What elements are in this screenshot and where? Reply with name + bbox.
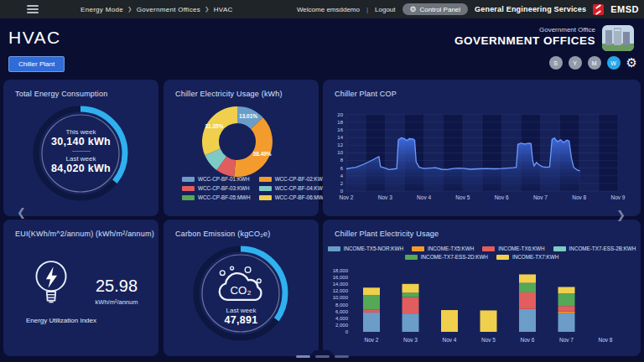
svg-text:16: 16 [337,127,343,132]
legend-swatch [182,186,195,191]
bar-segment [519,274,536,282]
legend-label: WCC-CP-BF-03:KWH [198,185,250,191]
card-chiller-plant-cop: Chiller Plant COP 02468101214161820Nov 2… [323,80,641,216]
legend-item[interactable]: WCC-CP-BF-05:MWH [182,194,251,200]
welcome-text: Welcome emsddemo [297,6,360,13]
toggle-month[interactable]: M [588,56,601,70]
stacked-bar-chart: 02,0004,0006,0008,00010,00012,00014,0001… [323,220,641,356]
chevron-right-icon: ❯ [205,6,210,13]
card-title: Carbon Emission (kgCO₂e) [175,230,270,238]
svg-text:8,000: 8,000 [335,303,349,308]
breadcrumb-government-offices[interactable]: Government Offices [137,6,200,13]
svg-text:Nov 3: Nov 3 [378,194,392,200]
card-chiller-electricity-pie: Chiller Electricity Usage (kWh) 13.01%38… [164,80,319,216]
legend-label: WCC-CP-BF-02:KWH [275,176,327,182]
svg-text:Nov 9: Nov 9 [611,194,626,200]
legend-item[interactable]: WCC-CP-BF-02:KWH [259,176,328,182]
legend-label: WCC-CP-BF-05:MWH [198,194,251,200]
site-type-label: Government Office [539,26,595,34]
svg-text:4: 4 [340,173,344,178]
brand-text: General Engineering Services [475,5,586,13]
svg-text:Nov 5: Nov 5 [481,337,496,343]
card-title: Chiller Electricity Usage (kWh) [175,90,283,98]
hamburger-menu-icon[interactable] [27,5,39,16]
carbon-gauge [189,241,293,345]
svg-text:16,000: 16,000 [333,275,349,280]
pie-slice [202,106,237,155]
bar-segment [519,292,536,309]
svg-text:10: 10 [337,150,343,155]
bar-segment [519,309,536,332]
control-panel-button[interactable]: ⚙ Control Panel [402,3,469,15]
emsd-logo [593,4,604,15]
card-carbon-emission: Carbon Emission (kgCO₂e) CO₂ Last week 4… [164,220,319,356]
chevron-right-icon: ❯ [127,6,132,13]
eui-icon-label: Energy Utilization Index [15,317,107,324]
svg-text:14,000: 14,000 [333,282,349,287]
svg-text:Nov 6: Nov 6 [495,194,509,200]
svg-text:14: 14 [337,135,343,140]
svg-text:2: 2 [340,181,344,186]
card-eui: EUI(KWh/m^2/annum) (kWh/m²/annum) 25.98 … [3,220,158,356]
carousel-dash[interactable] [296,355,310,358]
bar-segment [402,292,419,297]
emsd-wordmark: EMSD [610,4,639,14]
carousel-prev-icon[interactable]: ❮ [17,206,26,219]
carousel-dash[interactable] [335,355,349,358]
svg-text:10,000: 10,000 [333,295,349,300]
svg-text:20: 20 [337,112,343,117]
lightbulb-icon [25,256,77,317]
breadcrumb-energy-mode[interactable]: Energy Mode [80,6,123,13]
legend-item[interactable]: WCC-CP-BF-01:KWH [182,176,251,182]
legend-swatch [259,186,272,191]
toggle-week-active[interactable]: W [607,56,621,70]
bar-segment [363,295,380,309]
svg-text:6,000: 6,000 [335,309,349,314]
svg-text:4,000: 4,000 [335,316,349,321]
bar-segment [402,297,419,313]
svg-text:6: 6 [340,166,344,171]
pie-data-label: 31.35% [205,123,223,129]
svg-text:0: 0 [340,189,344,194]
bar-segment [402,313,419,332]
svg-text:Nov 5: Nov 5 [455,194,470,200]
toggle-year[interactable]: Y [569,56,582,70]
svg-text:Nov 2: Nov 2 [340,194,354,200]
bar-segment [558,312,575,313]
svg-text:0: 0 [345,329,349,334]
topbar: Energy Mode ❯ Government Offices ❯ HVAC … [0,0,644,18]
svg-text:8: 8 [340,158,344,163]
bar-segment [441,310,458,332]
bar-segment [363,287,380,295]
bar-segment [402,284,419,293]
carousel-indicator [0,355,644,358]
logout-link[interactable]: Logout [375,6,395,13]
legend-item[interactable]: WCC-CP-BF-03:KWH [182,185,251,191]
legend-swatch [182,195,195,200]
cop-area-chart: 02468101214161820Nov 2Nov 3Nov 4Nov 5Nov… [323,80,641,216]
bar-segment [558,293,575,306]
settings-gear-icon[interactable]: ⚙ [626,56,637,70]
energy-gauge [29,101,132,205]
legend-swatch [259,195,272,200]
carousel-dash[interactable] [315,355,330,358]
pie-legend: WCC-CP-BF-01:KWHWCC-CP-BF-02:KWHWCC-CP-B… [182,176,327,200]
breadcrumb: Energy Mode ❯ Government Offices ❯ HVAC [80,0,233,18]
card-total-energy: Total Energy Consumption This week 30,14… [3,80,158,216]
toggle-second[interactable]: S [549,56,563,70]
site-photo[interactable] [602,25,634,51]
bar-segment [363,310,380,313]
carousel-next-icon[interactable]: ❯ [616,209,626,221]
legend-item[interactable]: WCC-CP-BF-06:MWH [259,194,328,200]
bar-segment [519,283,536,292]
svg-text:Nov 8: Nov 8 [572,194,586,200]
divider: | [366,6,368,13]
period-toggle-group: S Y M W ⚙ [549,56,637,70]
svg-text:18,000: 18,000 [333,268,349,273]
chiller-plant-tab[interactable]: Chiller Plant [8,56,65,72]
breadcrumb-hvac[interactable]: HVAC [214,6,233,13]
pie-data-label: 13.01% [239,113,257,119]
legend-label: WCC-CP-BF-01:KWH [198,176,250,182]
legend-item[interactable]: WCC-CP-BF-04:KWH [259,185,328,191]
site-name: GOVERNMENT OFFICES [454,34,595,47]
